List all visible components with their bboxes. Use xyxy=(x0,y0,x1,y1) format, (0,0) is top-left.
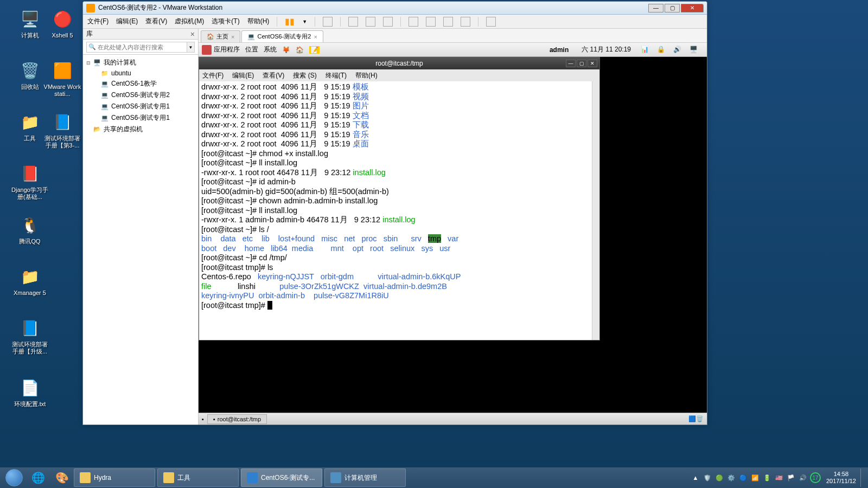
term-maximize-button[interactable]: ▢ xyxy=(577,60,586,67)
menu-help[interactable]: 帮助(H) xyxy=(247,17,270,26)
toolbar-snapshot-icon[interactable] xyxy=(323,17,333,27)
toolbar-icon[interactable] xyxy=(409,17,418,27)
term-close-button[interactable]: ✕ xyxy=(588,60,597,67)
tree-item[interactable]: 📂共享的虚拟机 xyxy=(83,124,198,135)
desktop-icon-3[interactable]: 🟧VMware Workstati... xyxy=(43,60,81,98)
tray-volume-icon[interactable]: 🔊 xyxy=(798,473,808,483)
term-menu-file[interactable]: 文件(F) xyxy=(202,71,224,80)
menu-tabs[interactable]: 选项卡(T) xyxy=(212,17,239,26)
minimize-button[interactable]: — xyxy=(648,4,663,12)
term-menu-search[interactable]: 搜索 (S) xyxy=(293,71,316,80)
volume-icon[interactable]: 🔊 xyxy=(673,46,682,54)
tree-item[interactable]: 📁ubuntu xyxy=(83,68,198,78)
tree-item[interactable]: 💻CentOS6-测试专用1 xyxy=(83,101,198,112)
toolbar-icon[interactable] xyxy=(348,17,358,27)
maximize-button[interactable]: ▢ xyxy=(665,4,680,12)
desktop-icon-6[interactable]: 📕Django学习手册(基础... xyxy=(11,163,49,201)
gnome-applications[interactable]: 应用程序 xyxy=(214,45,240,54)
menu-file[interactable]: 文件(F) xyxy=(87,17,108,26)
tree-item[interactable]: 💻CentOS6-测试专用1 xyxy=(83,112,198,124)
tree-item[interactable]: 💻CentOS6-测试专用2 xyxy=(83,89,198,101)
trash-icon[interactable]: 🗑️ xyxy=(696,415,704,422)
display-icon[interactable]: 🖥️ xyxy=(690,46,698,54)
terminal-titlebar[interactable]: root@itcast:/tmp — ▢ ✕ xyxy=(199,57,599,69)
tray-icon[interactable]: 🔒 xyxy=(657,46,666,54)
close-button[interactable]: ✕ xyxy=(681,4,704,12)
toolbar-fullscreen-icon[interactable] xyxy=(486,17,496,27)
toolbar-icon[interactable] xyxy=(461,17,470,27)
tab-close-icon[interactable]: × xyxy=(314,34,317,40)
gnome-apps-icon[interactable] xyxy=(202,45,212,55)
tab-close-icon[interactable]: × xyxy=(231,34,234,40)
tray-battery-icon[interactable]: 17 xyxy=(810,472,821,483)
vm-tab[interactable]: 💻CentOS6-测试专用2× xyxy=(241,30,323,42)
desktop-icon-7[interactable]: 🐧腾讯QQ xyxy=(11,214,49,245)
note-icon[interactable]: 📝 xyxy=(309,46,320,54)
library-search-input[interactable] xyxy=(86,42,187,53)
term-menu-terminal[interactable]: 终端(T) xyxy=(326,71,347,80)
show-desktop-button[interactable] xyxy=(860,468,866,487)
tray-flag-icon[interactable]: 🏳️ xyxy=(786,473,796,483)
tray-icon[interactable]: ⚙️ xyxy=(726,473,736,483)
ie-icon[interactable]: 🌐 xyxy=(26,468,50,487)
vmware-window: CentOS6-测试专用2 - VMware Workstation — ▢ ✕… xyxy=(82,1,707,425)
desktop-icon-1[interactable]: 🔴Xshell 5 xyxy=(43,8,81,39)
vmware-menubar: 文件(F) 编辑(E) 查看(V) 虚拟机(M) 选项卡(T) 帮助(H) ▮▮… xyxy=(83,15,707,29)
toolbar-icon[interactable] xyxy=(426,17,436,27)
term-menu-help[interactable]: 帮助(H) xyxy=(355,71,378,80)
menu-vm[interactable]: 虚拟机(M) xyxy=(175,17,204,26)
tray-expand-icon[interactable]: ▲ xyxy=(691,473,700,483)
icon-glyph: 📁 xyxy=(19,266,41,287)
workspace-icon[interactable]: 🟦 xyxy=(688,415,696,422)
firefox-icon[interactable]: 🦊 xyxy=(282,46,290,54)
term-minimize-button[interactable]: — xyxy=(566,60,576,67)
gnome-system[interactable]: 系统 xyxy=(264,45,277,54)
pause-icon[interactable]: ▮▮ xyxy=(285,16,295,27)
search-dropdown-icon[interactable]: ▼ xyxy=(187,42,195,53)
tray-icon[interactable]: 🔵 xyxy=(738,473,748,483)
library-close-icon[interactable]: × xyxy=(190,30,195,38)
tree-item[interactable]: 💻CentOS6-1教学 xyxy=(83,78,198,89)
home-icon[interactable]: 🏠 xyxy=(296,46,304,54)
tray-icon[interactable]: 📶 xyxy=(750,473,760,483)
taskbar-item[interactable]: CentOS6-测试专... xyxy=(241,468,322,487)
taskbar-terminal-item[interactable]: ▪root@itcast:/tmp xyxy=(207,414,267,424)
library-header: 库 × xyxy=(83,29,198,40)
gnome-places[interactable]: 位置 xyxy=(245,45,258,54)
gnome-clock[interactable]: 六 11月 11 20:19 xyxy=(582,45,631,54)
tree-item[interactable]: ⊟🖥️我的计算机 xyxy=(83,57,198,68)
toolbar-icon[interactable] xyxy=(443,17,453,27)
icon-glyph: 🐧 xyxy=(19,214,41,236)
gnome-user[interactable]: admin xyxy=(550,46,569,54)
vm-tabs: 🏠主页×💻CentOS6-测试专用2× xyxy=(199,29,707,43)
paint-icon[interactable]: 🎨 xyxy=(50,468,74,487)
taskbar-item[interactable]: Hydra xyxy=(74,468,155,487)
menu-view[interactable]: 查看(V) xyxy=(145,17,167,26)
start-button[interactable] xyxy=(2,468,26,487)
desktop-icon-5[interactable]: 📘测试环境部署手册【第3-... xyxy=(43,111,81,149)
vm-display-area: 🏠主页×💻CentOS6-测试专用2× 应用程序 位置 系统 🦊 🏠 📝 adm… xyxy=(199,29,707,425)
desktop-icon-10[interactable]: 📄环境配置.txt xyxy=(11,377,49,408)
vmware-titlebar[interactable]: CentOS6-测试专用2 - VMware Workstation — ▢ ✕ xyxy=(83,2,707,15)
vm-tab[interactable]: 🏠主页× xyxy=(201,30,240,42)
toolbar-icon[interactable] xyxy=(366,17,375,27)
tray-icon[interactable]: 📊 xyxy=(641,46,649,54)
icon-glyph: 🔴 xyxy=(52,8,73,30)
tray-icon[interactable]: 🛡️ xyxy=(703,473,712,483)
term-menu-edit[interactable]: 编辑(E) xyxy=(232,71,254,80)
menu-edit[interactable]: 编辑(E) xyxy=(116,17,138,26)
term-menu-view[interactable]: 查看(V) xyxy=(263,71,284,80)
taskbar-item[interactable]: 计算机管理 xyxy=(324,468,406,487)
taskbar-clock[interactable]: 14:58 2017/11/12 xyxy=(826,471,856,485)
icon-glyph: 📕 xyxy=(19,163,41,184)
toolbar-icon[interactable] xyxy=(383,17,393,27)
terminal-scrollbar[interactable] xyxy=(592,81,599,340)
tray-icon[interactable]: 🟢 xyxy=(714,473,724,483)
desktop-icon-8[interactable]: 📁Xmanager 5 xyxy=(11,266,49,297)
show-desktop-icon[interactable]: ▪ xyxy=(202,416,204,422)
taskbar-item[interactable]: 工具 xyxy=(157,468,239,487)
terminal-output[interactable]: drwxr-xr-x. 2 root root 4096 11月 9 15:19… xyxy=(199,81,599,340)
desktop-icon-9[interactable]: 📘测试环境部署手册【升级... xyxy=(11,317,49,355)
tray-icon[interactable]: 🔋 xyxy=(762,473,772,483)
tray-icon[interactable]: 🇺🇸 xyxy=(774,473,784,483)
